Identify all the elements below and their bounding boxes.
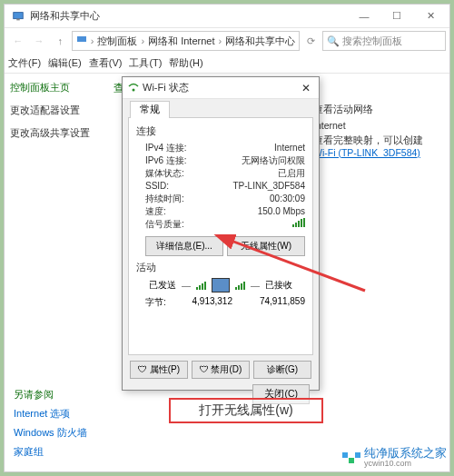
svg-rect-1 bbox=[16, 18, 20, 20]
map-desc: 查看完整映射，可以创建 bbox=[313, 134, 439, 147]
minimize-button[interactable]: — bbox=[348, 5, 380, 27]
link-windows-firewall[interactable]: Windows 防火墙 bbox=[14, 426, 87, 440]
menu-view[interactable]: 查看(V) bbox=[89, 56, 123, 70]
row-ssid: SSID:TP-LINK_3DF584 bbox=[136, 180, 305, 193]
watermark-text: 纯净版系统之家 bbox=[364, 447, 447, 460]
dialog-titlebar: Wi-Fi 状态 ✕ bbox=[123, 77, 319, 99]
dialog-tabs: 常规 bbox=[123, 99, 319, 117]
tab-general[interactable]: 常规 bbox=[130, 101, 170, 118]
watermark-logo-icon bbox=[342, 452, 360, 463]
annotation-callout: 打开无线属性(w) bbox=[169, 398, 323, 423]
bytes-label: 字节: bbox=[145, 296, 182, 309]
link-internet-options[interactable]: Internet 选项 bbox=[14, 407, 87, 421]
row-ipv6: IPv6 连接:无网络访问权限 bbox=[136, 154, 305, 167]
search-input[interactable]: 🔍 搜索控制面板 bbox=[322, 31, 446, 51]
chevron-right-icon: › bbox=[218, 35, 222, 46]
monitor-icon bbox=[212, 278, 230, 293]
callout-text: 打开无线属性(w) bbox=[199, 402, 292, 419]
wifi-status-dialog: Wi-Fi 状态 ✕ 常规 连接 IPv4 连接:Internet IPv6 连… bbox=[122, 76, 320, 391]
link-homegroup[interactable]: 家庭组 bbox=[14, 445, 87, 459]
sidebar-adapter-settings[interactable]: 更改适配器设置 bbox=[10, 104, 97, 117]
network-icon bbox=[12, 10, 25, 23]
breadcrumb-seg-control-panel[interactable]: 控制面板 bbox=[97, 35, 137, 48]
section-connection: 连接 bbox=[136, 125, 305, 138]
window-controls: — ☐ ✕ bbox=[348, 5, 448, 27]
details-button[interactable]: 详细信息(E)... bbox=[145, 236, 223, 256]
bytes-recv: 74,911,859 bbox=[254, 296, 305, 309]
breadcrumb[interactable]: › 控制面板 › 网络和 Internet › 网络和共享中心 bbox=[72, 31, 300, 51]
menubar: 文件(F) 编辑(E) 查看(V) 工具(T) 帮助(H) bbox=[5, 54, 449, 74]
wifi-icon bbox=[128, 83, 139, 94]
close-button[interactable]: ✕ bbox=[413, 5, 448, 27]
bytes-row: 字节: 4,913,312 74,911,859 bbox=[136, 296, 305, 309]
watermark-url: ycwin10.com bbox=[364, 460, 447, 469]
internet-label: Internet bbox=[313, 120, 439, 131]
dialog-title: Wi-Fi 状态 bbox=[143, 81, 299, 94]
dialog-body: 连接 IPv4 连接:Internet IPv6 连接:无网络访问权限 媒体状态… bbox=[128, 117, 313, 355]
refresh-button[interactable]: ⟳ bbox=[301, 31, 321, 51]
search-icon: 🔍 bbox=[327, 35, 340, 47]
svg-point-3 bbox=[133, 88, 135, 91]
diagnose-button[interactable]: 诊断(G) bbox=[253, 361, 311, 379]
recv-label: 已接收 bbox=[265, 279, 292, 292]
row-speed: 速度:150.0 Mbps bbox=[136, 205, 305, 218]
activity-header: 已发送 — — 已接收 bbox=[136, 278, 305, 293]
forward-button[interactable]: → bbox=[29, 31, 48, 51]
menu-tools[interactable]: 工具(T) bbox=[129, 56, 162, 70]
search-placeholder: 搜索控制面板 bbox=[342, 35, 402, 48]
sent-bars-icon bbox=[196, 281, 206, 290]
address-bar: ← → ↑ › 控制面板 › 网络和 Internet › 网络和共享中心 ⟳ … bbox=[5, 28, 449, 54]
chevron-right-icon: › bbox=[91, 35, 94, 46]
maximize-button[interactable]: ☐ bbox=[380, 5, 413, 27]
active-networks-label: 查看活动网络 bbox=[313, 104, 439, 116]
sidebar-footer: 另请参阅 Internet 选项 Windows 防火墙 家庭组 bbox=[14, 388, 87, 464]
wifi-connection-link[interactable]: Wi-Fi (TP-LINK_3DF584) bbox=[313, 147, 439, 158]
sidebar-home[interactable]: 控制面板主页 bbox=[10, 81, 97, 94]
breadcrumb-seg-network-internet[interactable]: 网络和 Internet bbox=[148, 35, 214, 48]
watermark: 纯净版系统之家 ycwin10.com bbox=[342, 447, 447, 469]
wireless-properties-button[interactable]: 无线属性(W) bbox=[227, 236, 305, 256]
menu-edit[interactable]: 编辑(E) bbox=[48, 56, 82, 70]
section-activity: 活动 bbox=[136, 262, 305, 274]
up-button[interactable]: ↑ bbox=[51, 31, 70, 51]
sent-label: 已发送 bbox=[149, 279, 176, 292]
disable-button[interactable]: 🛡 禁用(D) bbox=[192, 361, 250, 379]
see-also-heading: 另请参阅 bbox=[14, 388, 87, 402]
row-ipv4: IPv4 连接:Internet bbox=[136, 142, 305, 154]
dash-icon: — bbox=[182, 281, 191, 291]
titlebar: 网络和共享中心 — ☐ ✕ bbox=[5, 5, 449, 28]
row-media: 媒体状态:已启用 bbox=[136, 167, 305, 180]
dash-icon: — bbox=[251, 281, 260, 291]
shield-icon: 🛡 bbox=[138, 364, 147, 374]
svg-rect-2 bbox=[77, 36, 86, 42]
breadcrumb-seg-sharing-center[interactable]: 网络和共享中心 bbox=[225, 35, 295, 48]
bytes-sent: 4,913,312 bbox=[182, 296, 232, 309]
properties-button[interactable]: 🛡 属性(P) bbox=[130, 361, 188, 379]
network-mini-icon bbox=[76, 35, 87, 47]
menu-file[interactable]: 文件(F) bbox=[8, 56, 41, 70]
dialog-close-button[interactable]: ✕ bbox=[299, 82, 313, 94]
signal-strength-icon bbox=[292, 218, 305, 227]
sidebar-advanced-sharing[interactable]: 更改高级共享设置 bbox=[10, 126, 97, 140]
back-button[interactable]: ← bbox=[8, 31, 27, 51]
row-duration: 持续时间:00:30:09 bbox=[136, 193, 305, 205]
recv-bars-icon bbox=[235, 281, 245, 290]
dialog-footer-buttons: 🛡 属性(P) 🛡 禁用(D) 诊断(G) bbox=[123, 361, 319, 379]
connection-buttons: 详细信息(E)... 无线属性(W) bbox=[145, 236, 305, 256]
shield-icon: 🛡 bbox=[200, 364, 209, 374]
row-signal: 信号质量: bbox=[136, 218, 305, 231]
svg-rect-0 bbox=[14, 12, 24, 18]
menu-help[interactable]: 帮助(H) bbox=[169, 56, 202, 70]
chevron-right-icon: › bbox=[141, 35, 144, 46]
window-title: 网络和共享中心 bbox=[30, 9, 348, 23]
